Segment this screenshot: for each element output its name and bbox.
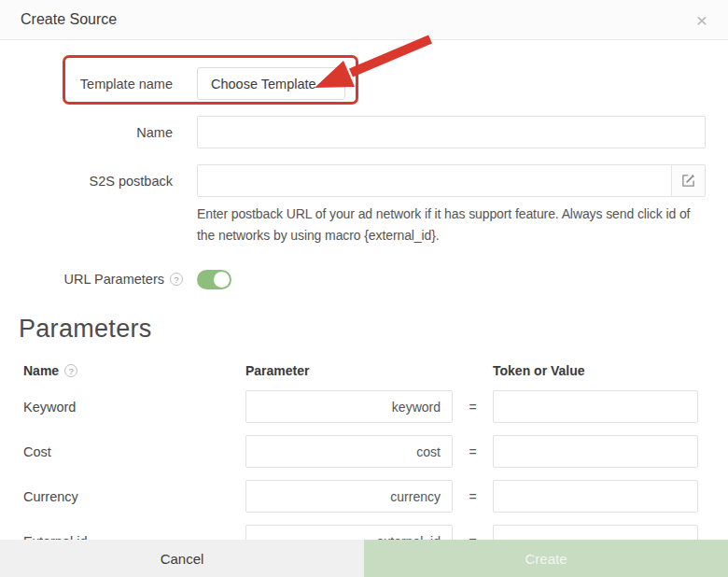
- chevron-down-icon: [325, 82, 332, 87]
- modal-footer: Cancel Create: [0, 540, 728, 577]
- equals-sign: =: [453, 489, 493, 504]
- postback-input[interactable]: [198, 165, 671, 196]
- table-row-keyword: Keyword =: [23, 390, 728, 423]
- postback-edit-button[interactable]: [671, 165, 705, 196]
- token-input-currency[interactable]: [493, 480, 698, 513]
- column-header-parameter: Parameter: [245, 363, 453, 378]
- choose-template-dropdown[interactable]: Choose Template: [197, 67, 345, 100]
- modal-title: Create Source: [21, 11, 117, 28]
- cancel-button[interactable]: Cancel: [0, 540, 364, 577]
- token-input-cost[interactable]: [493, 435, 698, 468]
- token-input-keyword[interactable]: [493, 390, 698, 423]
- parameters-heading: Parameters: [19, 315, 728, 344]
- edit-pencil-icon: [681, 174, 695, 188]
- column-header-name: Name ?: [23, 363, 245, 378]
- table-row-currency: Currency =: [23, 480, 728, 513]
- create-source-modal: Create Source × Template name Choose Tem…: [0, 0, 728, 577]
- parameter-input-keyword[interactable]: [245, 390, 453, 423]
- equals-sign: =: [453, 444, 493, 459]
- help-icon[interactable]: ?: [64, 364, 77, 377]
- postback-row: S2S postback: [0, 164, 728, 197]
- column-header-token: Token or Value: [493, 363, 698, 378]
- create-button[interactable]: Create: [364, 540, 728, 577]
- name-input[interactable]: [197, 116, 706, 148]
- parameter-input-cost[interactable]: [245, 435, 453, 468]
- template-row: Template name Choose Template: [0, 67, 728, 100]
- url-parameters-label-group: URL Parameters ?: [19, 272, 183, 287]
- param-name-label: Keyword: [23, 400, 245, 415]
- postback-label: S2S postback: [19, 174, 173, 189]
- postback-help-text: Enter postback URL of your ad network if…: [197, 204, 708, 246]
- parameter-input-currency[interactable]: [245, 480, 453, 513]
- help-icon[interactable]: ?: [170, 273, 183, 286]
- name-column-label: Name: [23, 363, 59, 378]
- param-name-label: Currency: [23, 489, 245, 504]
- url-parameters-label: URL Parameters: [64, 272, 164, 287]
- close-icon[interactable]: ×: [696, 10, 707, 30]
- modal-header: Create Source ×: [0, 0, 728, 40]
- url-parameters-toggle[interactable]: [197, 270, 231, 289]
- template-name-label: Template name: [19, 77, 173, 91]
- name-row: Name: [0, 116, 728, 148]
- template-control: Choose Template: [197, 67, 706, 100]
- name-label: Name: [19, 125, 173, 140]
- equals-sign: =: [453, 400, 493, 415]
- table-row-cost: Cost =: [23, 435, 728, 468]
- toggle-knob: [214, 272, 230, 288]
- parameters-table-header: Name ? Parameter Token or Value: [23, 363, 728, 378]
- param-name-label: Cost: [23, 444, 245, 459]
- url-parameters-row: URL Parameters ?: [0, 269, 728, 289]
- postback-input-group: [197, 164, 706, 197]
- parameters-table: Name ? Parameter Token or Value Keyword …: [23, 363, 728, 557]
- choose-template-label: Choose Template: [211, 77, 316, 91]
